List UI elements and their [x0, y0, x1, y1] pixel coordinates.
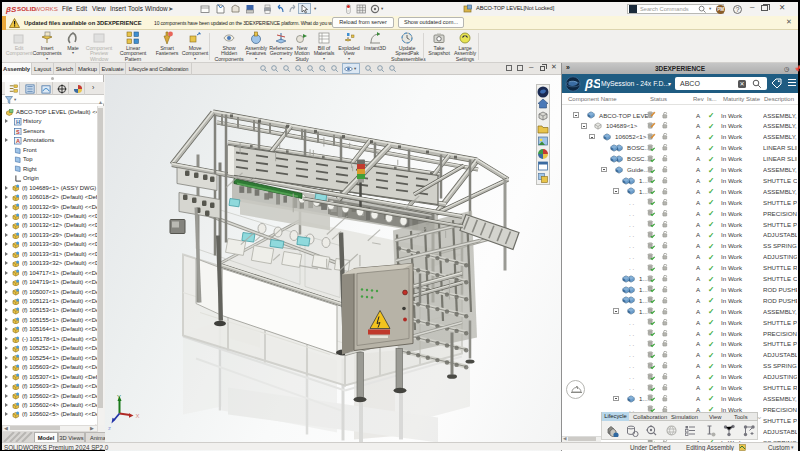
svg-text:S: S [16, 129, 20, 135]
svg-text:X: X [136, 413, 140, 419]
svg-text:WORKS: WORKS [35, 5, 58, 12]
svg-text:βS: βS [584, 76, 600, 91]
svg-text:βS: βS [5, 5, 17, 14]
svg-text:H: H [16, 119, 20, 125]
svg-text:Y: Y [117, 394, 121, 400]
svg-text:z: z [108, 425, 111, 431]
svg-text:A: A [16, 138, 20, 144]
